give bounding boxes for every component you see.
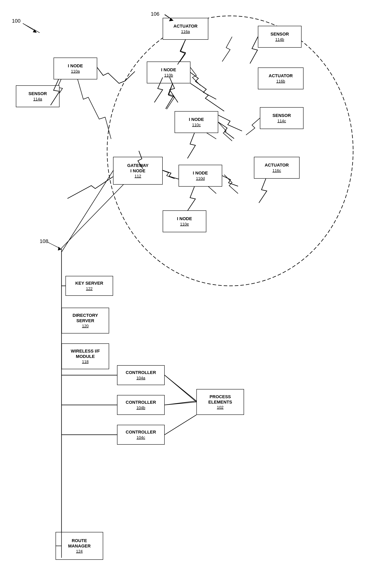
annotation-108: 106 (151, 11, 159, 17)
svg-line-1 (23, 24, 40, 33)
inode-110d: I NODE 110d (178, 165, 222, 187)
svg-line-30 (165, 375, 196, 402)
controller-104b: CONTROLLER 104b (117, 395, 165, 415)
svg-line-12 (165, 375, 196, 401)
annotation-100: 100 (12, 18, 20, 24)
svg-line-32 (165, 415, 196, 435)
inode-110b: I NODE 110b (147, 62, 190, 83)
svg-line-14 (165, 415, 196, 435)
svg-line-13 (165, 401, 196, 405)
controller-104c: CONTROLLER 104c (117, 425, 165, 445)
key-server-122: KEY SERVER 122 (66, 276, 113, 296)
svg-marker-20 (58, 247, 62, 251)
diagram-container: 100 108 106 I NODE 110a SENSOR 114a ACTU… (0, 0, 392, 582)
route-manager-124: ROUTE MANAGER 124 (56, 532, 103, 560)
actuator-116c: ACTUATOR 116c (254, 157, 300, 179)
wireless-module-118: WIRELESS I/F MODULE 118 (62, 343, 109, 369)
sensor-114c: SENSOR 114c (260, 107, 304, 129)
sensor-114b: SENSOR 114b (258, 26, 302, 48)
controller-104a: CONTROLLER 104a (117, 365, 165, 385)
inode-110a: I NODE 110a (54, 58, 97, 79)
svg-line-31 (165, 402, 196, 405)
svg-line-22 (62, 170, 114, 252)
inode-110c: I NODE 110c (174, 111, 218, 133)
svg-line-19 (48, 242, 60, 248)
svg-point-0 (107, 16, 353, 286)
svg-line-15 (23, 24, 35, 31)
annotation-106: 108 (40, 238, 48, 244)
actuator-116b: ACTUATOR 116b (258, 68, 304, 89)
gateway-inode-112: GATEWAY I NODE 112 (113, 157, 163, 185)
inode-110e: I NODE 110e (163, 210, 206, 232)
directory-server-120: DIRECTORY SERVER 120 (62, 308, 109, 333)
process-elements-102: PROCESS ELEMENTS 102 (196, 389, 244, 415)
actuator-116a: ACTUATOR 116a (163, 18, 208, 40)
svg-marker-16 (33, 29, 37, 33)
sensor-114a: SENSOR 114a (16, 85, 60, 107)
